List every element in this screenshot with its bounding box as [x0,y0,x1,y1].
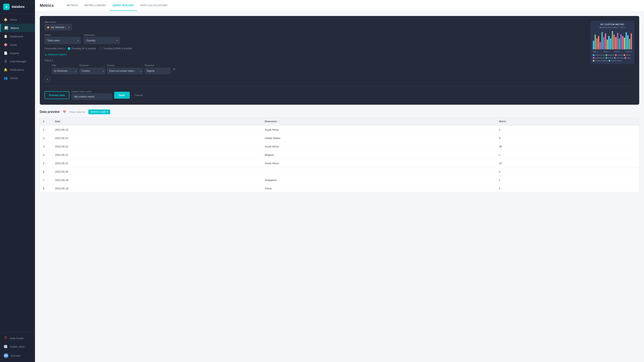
chart-bar [608,36,610,49]
filter-operator-selector[interactable]: Does not contain subst... [107,68,143,74]
filter-by-selector[interactable]: by Dimensio... [52,68,78,74]
cancel-button[interactable]: Cancel [132,92,145,99]
sidebar-bottom: ❓Help Center🔄Switch clientMBAccount [0,332,35,362]
sidebar-item-home[interactable]: 🏠Home [0,15,35,24]
sidebar-item-account[interactable]: MBAccount [0,351,35,361]
filter-by-group: Filter by Dimensio... [52,64,78,74]
tab-metric-library[interactable]: METRIC LIBRARY [81,0,110,11]
filter-operator-label: Operator [107,64,143,66]
notifications-icon: 🔔 [4,68,8,71]
legend-label: Netherlands [595,57,605,59]
legend-label: Ireland [608,57,614,59]
dimension-info-icon: ⋯ [278,120,280,123]
chart-bar [600,42,601,49]
chart-preview: MY CUSTOM METRIC Month to Date (May 1 - … [590,21,634,64]
sidebar-item-help-center[interactable]: ❓Help Center [0,334,35,343]
sort-icon: ↓ [61,120,62,123]
filter-close-button[interactable]: ✕ [172,66,176,72]
date-range-button[interactable]: Month to Date ▾ [88,109,110,114]
show-data-for-label: Show data for [69,110,85,113]
custom-metric-name-input[interactable] [72,93,112,100]
metric-dimensions-row: metric Total users dimensions Country [44,34,634,44]
chart-bar [629,39,630,49]
sidebar-item-data-manager[interactable]: 🗄Data Manager [0,57,35,65]
legend-item: France [615,54,623,56]
legend-dot [614,57,616,59]
chart-bar [610,38,612,49]
chart-bar [627,35,628,49]
data-preview-title: Data preview [40,110,60,114]
table-row: 4 2022-05-21 Belgium 1 [40,151,639,159]
filter-dimension-selector[interactable]: Country [80,68,105,74]
ds-info-icon: ℹ [65,26,66,28]
chart-bar [603,37,604,49]
chart-bar [593,41,594,49]
reports-icon: 📄 [4,51,8,55]
chart-x-label: May 1 [593,50,598,52]
filters-info-icon: ℹ [52,59,53,62]
date-range-arrow: ▾ [106,110,108,113]
chart-x-label: May 15 [614,50,620,52]
preview-data-button[interactable]: Preview data [44,91,70,99]
data-source-label: Data source [44,21,72,23]
chart-bar [622,36,624,49]
trend-down-option[interactable]: Trending DOWN is positive [99,47,132,50]
legend-item: United Kingdom [593,60,608,62]
table-row: 8 2022-05-19 China 1 [40,184,639,193]
metric-select[interactable]: Total users [44,37,80,44]
sidebar-logo[interactable]: d databox [0,0,35,14]
table-body: 1 2022-05-23 South Africa 1 2 2022-05-22… [40,126,639,193]
sidebar-item-metrics[interactable]: 📊Metrics [0,24,35,32]
metric-group: metric Total users [44,34,80,44]
cell-dimension: United States [262,134,496,142]
data-preview-section: Data preview 📅 Show data for Month to Da… [40,109,639,193]
sidebar-item-goals[interactable]: 🎯Goals [0,40,35,49]
sidebar-item-switch-client[interactable]: 🔄Switch client [0,343,35,351]
chart-bar [626,32,627,49]
chart-x-label: May 8 [604,50,608,52]
cell-dimension: South Africa [262,159,496,168]
cell-date: 2022-05-20 [52,168,262,176]
legend-dot [593,57,594,59]
sidebar-item-label: Clients [10,77,18,80]
table-row: 1 2022-05-23 South Africa 1 [40,126,639,134]
cell-num: 6 [40,168,52,176]
data-source-selector[interactable]: My Website ℹ ▾ [44,24,72,30]
advanced-options-toggle[interactable]: ▲ Advanced options [44,53,634,56]
databoards-icon: 📋 [4,34,8,38]
legend-dot [593,60,594,61]
cell-date: 2022-05-22 [52,142,262,151]
th-date[interactable]: Date ↓ [52,117,262,126]
trend-up-radio [68,47,70,50]
save-button[interactable]: Save [114,92,130,99]
tab-query-builder[interactable]: QUERY BUILDER [110,0,137,11]
tab-data-calculations[interactable]: DATA CALCULATIONS [137,0,171,11]
data-source-row: Data source My Website ℹ ▾ [44,21,634,30]
th-dimension[interactable]: Dimension ⋯ [262,117,496,126]
chart-bar [615,37,616,49]
filter-dimension2-input[interactable] [144,68,170,74]
cell-metric: 1 [496,176,639,184]
home-icon: 🏠 [4,18,8,21]
dimensions-select[interactable]: Country [84,37,120,44]
content-area: Data source My Website ℹ ▾ metric Total … [35,11,644,362]
ds-arrow-icon: ▾ [68,26,70,29]
table-row: 6 2022-05-20 0 [40,168,639,176]
add-filter-button[interactable]: + [44,76,50,82]
legend-dot [624,57,626,59]
sidebar-item-reports[interactable]: 📄Reports [0,49,35,57]
sidebar-item-clients[interactable]: 👥Clients [0,74,35,82]
filter-by-label: Filter [52,64,78,66]
trend-up-option[interactable]: Trending UP is positive [68,47,96,50]
cell-date: 2022-05-21 [52,159,262,168]
sidebar-item-notifications[interactable]: 🔔Notifications [0,65,35,74]
legend-label: Belgium [608,54,614,56]
chart-subtitle: Month to Date (May 1 - 23) ▾ [593,26,632,28]
chart-bar [614,34,615,49]
tab-metrics[interactable]: METRICS [64,0,81,11]
table-header: # Date ↓ Dimension ⋯ [40,117,639,126]
cell-date: 2022-05-23 [52,126,262,134]
sidebar-item-databoards[interactable]: 📋Databoards [0,32,35,40]
filter-dimension2-group: Dimension [144,64,170,74]
metric-select-wrapper: Total users [44,37,80,44]
